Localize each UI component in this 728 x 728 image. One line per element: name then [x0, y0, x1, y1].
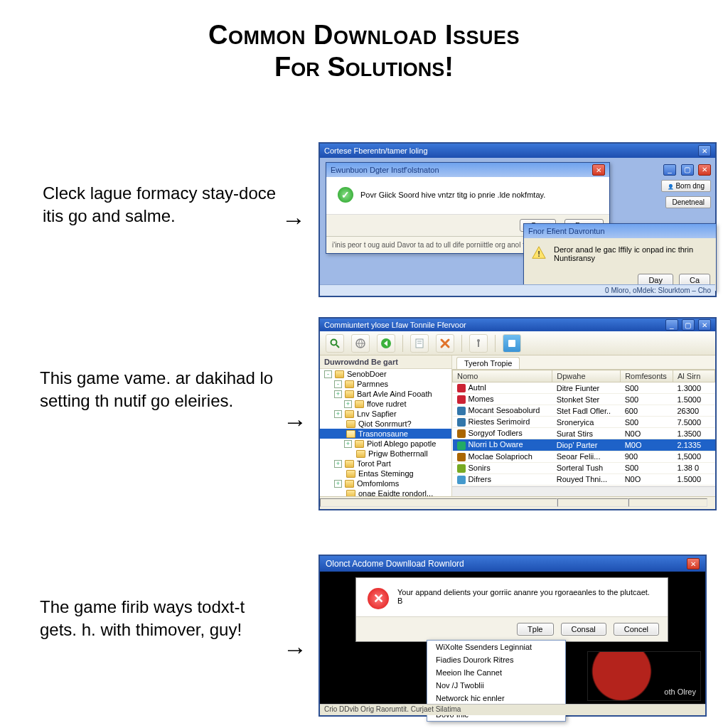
tree-node[interactable]: onae Eaidte rondorl... — [320, 488, 451, 496]
menu-item[interactable]: Nov /J Twoblii — [427, 679, 565, 692]
tree-node-label: Lnv Sapfier — [357, 410, 397, 418]
expand-icon[interactable]: + — [334, 410, 342, 418]
section1-window: Cortese Fberentn/tamer loling ✕ _ ▢ ✕ 👤 … — [318, 142, 717, 297]
warning-dialog-titlebar[interactable]: Fnor Efient Davrontun — [524, 224, 716, 238]
folder-icon — [345, 380, 354, 388]
search-icon[interactable] — [326, 334, 344, 353]
section1-titlebar[interactable]: Cortese Fberentn/tamer loling ✕ — [320, 144, 715, 158]
warning-dialog-message: Deror anad le gac Iffily ic onpad inc th… — [554, 245, 709, 262]
tree-node[interactable]: -Parmnes — [320, 379, 451, 389]
folder-icon — [345, 410, 354, 418]
error-titlebar[interactable]: Olonct Acdome Downlload Rownlord ✕ — [320, 556, 705, 572]
expand-icon[interactable]: + — [344, 400, 352, 408]
menu-item[interactable]: WiXolte Ssenders Leginniat — [427, 641, 565, 653]
expand-icon[interactable]: - — [334, 380, 342, 388]
tree-node[interactable]: +Lnv Sapfier — [320, 409, 451, 419]
close-icon[interactable]: ✕ — [698, 319, 711, 331]
tree-node[interactable]: +Torot Part — [320, 459, 451, 469]
menu-item[interactable]: Meeion Ihe Cannet — [427, 666, 565, 679]
svg-rect-9 — [478, 341, 479, 347]
file-manager-statusbar — [320, 496, 715, 509]
minimize-icon[interactable]: _ — [663, 164, 676, 176]
tree-node-label: Bart Avle Aind Fooath — [357, 390, 432, 398]
document-icon[interactable] — [410, 334, 429, 353]
expand-icon[interactable]: + — [344, 440, 352, 448]
table-cell: Autnl — [453, 382, 552, 394]
maximize-icon[interactable]: ▢ — [682, 319, 695, 331]
tree-node[interactable]: +Piotl Ablego papotle — [320, 439, 451, 449]
table-row[interactable]: DifrersRouyed Thni...N0O1.5000 — [453, 473, 715, 485]
tree-node[interactable]: Entas Stemingg — [320, 469, 451, 478]
tool-icon[interactable] — [469, 334, 488, 353]
table-row[interactable]: Mocant SesoabolurdStet Fadl Ofler..60026… — [453, 405, 715, 417]
tree-node[interactable]: Qiot Sonrmurt? — [320, 419, 451, 429]
tree-node[interactable]: +Bart Avle Aind Fooath — [320, 389, 451, 399]
folder-icon — [355, 440, 364, 448]
expand-icon[interactable]: + — [334, 390, 342, 398]
folder-tree[interactable]: Duwrowdnd Be gart -SenobDoer-Parmnes+Bar… — [320, 355, 452, 496]
tple-button[interactable]: Tple — [517, 623, 553, 636]
tree-node[interactable]: +ffove rudret — [320, 399, 451, 409]
table-row[interactable]: SonirsSorteral TushS001.38 0 — [453, 462, 715, 473]
section1-statusbar: 0 Mloro, oMdek: Slourktom – Cho — [320, 284, 715, 296]
table-cell: Difrers — [453, 473, 552, 485]
folder-icon — [346, 470, 355, 478]
file-icon — [457, 418, 466, 427]
table-cell: Stet Fadl Ofler.. — [552, 405, 621, 417]
close-icon[interactable]: ✕ — [687, 558, 700, 569]
list-tab[interactable]: Tyeroh Tropie — [456, 357, 520, 369]
expand-icon[interactable]: + — [334, 460, 342, 468]
close-icon[interactable]: ✕ — [592, 164, 605, 176]
tree-node[interactable]: Prigw Botherrnall — [320, 449, 451, 459]
menu-item[interactable]: Fiadies Dourork Ritres — [427, 653, 565, 666]
tree-node-label: Parmnes — [357, 380, 388, 388]
minimize-icon[interactable]: _ — [665, 319, 678, 331]
checkmark-icon: ✓ — [338, 187, 353, 203]
delete-icon[interactable] — [436, 334, 454, 353]
tree-node[interactable]: Trasnonsaune — [320, 429, 451, 439]
column-header[interactable]: Al Sirn — [673, 370, 714, 382]
column-header[interactable]: Dpwahe — [552, 370, 621, 382]
consal-button[interactable]: Consal — [561, 623, 606, 636]
expand-icon[interactable]: - — [324, 370, 332, 378]
thumbnail-caption: oth Olrey — [664, 687, 696, 696]
tree-node-label: Prigw Botherrnall — [368, 449, 428, 458]
close-icon[interactable]: ✕ — [698, 164, 711, 176]
side-button-1[interactable]: 👤 Born dng — [661, 180, 711, 192]
table-row[interactable]: AutnlDitre FiunterS001.3000 — [453, 382, 715, 394]
table-cell: Riestes Serimoird — [453, 417, 552, 428]
menu-item[interactable]: Networck hic ennler — [427, 692, 565, 705]
caption-2: This game vame. ar dakihad lo setting th… — [40, 367, 282, 413]
globe-icon[interactable] — [351, 334, 370, 353]
note-icon[interactable] — [503, 334, 521, 353]
error-dialog: ✕ Your appand delients your gorriic anan… — [355, 577, 668, 642]
tree-node[interactable]: +Omfomloms — [320, 478, 451, 488]
column-header[interactable]: Romfesonts — [621, 370, 673, 382]
table-cell: 1,5000 — [673, 451, 714, 462]
tree-node[interactable]: -SenobDoer — [320, 369, 451, 379]
list-scrollbar[interactable] — [452, 486, 715, 496]
back-icon[interactable] — [377, 334, 395, 353]
table-row[interactable]: Riestes SerimoirdSroneryicaS007.5000 — [453, 417, 715, 428]
table-row[interactable]: MomesStonket SterS001.5000 — [453, 394, 715, 405]
error-icon: ✕ — [368, 588, 389, 609]
close-icon[interactable]: ✕ — [698, 145, 711, 156]
table-cell: 7.5000 — [673, 417, 714, 428]
info-dialog-titlebar[interactable]: Ewunbuon Dgter Instf'olstnaton ✕ — [326, 163, 609, 177]
table-row[interactable]: Sorgyof TodlersSurat StirsN0O1.3500 — [453, 428, 715, 439]
cancel-button[interactable]: Concel — [614, 623, 659, 636]
column-header[interactable]: Nomo — [453, 370, 552, 382]
table-cell: 1.5000 — [673, 394, 714, 405]
maximize-icon[interactable]: ▢ — [681, 164, 694, 176]
error-window: Olonct Acdome Downlload Rownlord ✕ ✕ You… — [318, 555, 707, 717]
file-list[interactable]: Tyeroh Tropie NomoDpwaheRomfesontsAl Sir… — [452, 355, 715, 496]
expand-icon[interactable]: + — [334, 480, 342, 488]
table-row[interactable]: Nlorri Lb OwareDiop’ ParterM0O2.1335 — [453, 439, 715, 451]
file-manager-titlebar[interactable]: Commiuntert ylose Lfaw Tonnile Ffervoor … — [320, 318, 715, 331]
file-icon — [457, 429, 466, 438]
table-row[interactable]: Moclae SolapriochSeoar Felii...9001,5000 — [453, 451, 715, 462]
info-dialog-message: Povr Giick Soord hive vntzr titg io pnri… — [360, 191, 545, 199]
table-cell: Sorteral Tush — [552, 462, 621, 473]
side-button-2[interactable]: Denetneal — [665, 196, 711, 208]
table-cell: Ditre Fiunter — [552, 382, 621, 394]
